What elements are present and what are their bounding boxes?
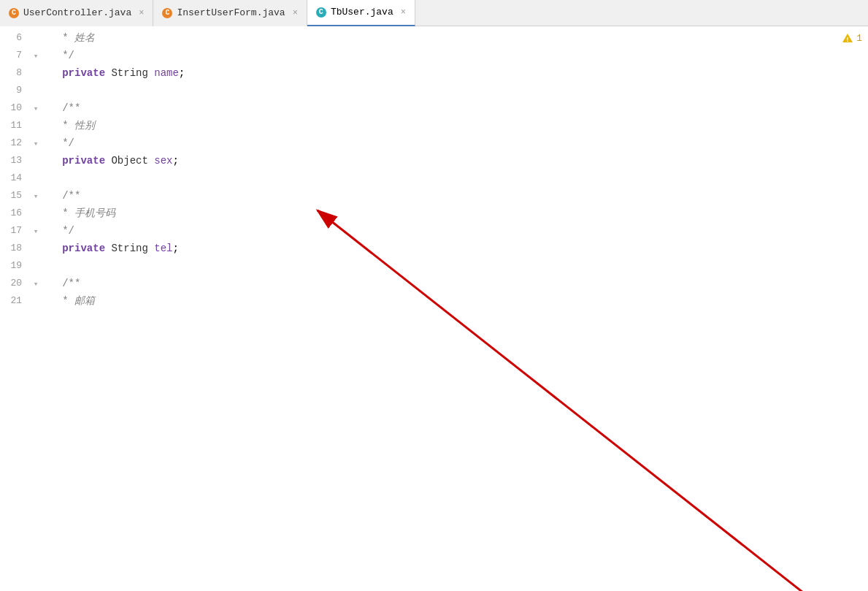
code-line-row: 14 <box>0 169 868 187</box>
line-number: 16 <box>0 205 28 222</box>
line-number: 14 <box>0 169 28 187</box>
tab-label: InsertUserForm.java <box>177 7 285 18</box>
line-number: 15 <box>0 187 28 205</box>
tab-bar: CUserController.java×CInsertUserForm.jav… <box>0 0 868 26</box>
line-number: 6 <box>0 29 28 47</box>
fold-icon[interactable]: ▾ <box>34 279 39 289</box>
gutter-icon <box>28 117 44 134</box>
svg-text:!: ! <box>845 37 849 44</box>
gutter-icon <box>28 240 44 257</box>
warning-triangle-icon: ! <box>842 32 853 44</box>
tab-close-button[interactable]: × <box>293 8 298 18</box>
gutter-icon: ▾ <box>28 47 44 64</box>
tab-icon: C <box>9 8 19 18</box>
warning-badge: ! 1 <box>842 32 862 44</box>
tab-icon: C <box>162 8 172 18</box>
code-text: * 手机号码 <box>44 205 868 222</box>
fold-icon[interactable]: ▾ <box>34 191 39 201</box>
tab-label: UserController.java <box>23 7 131 18</box>
line-number: 20 <box>0 275 28 292</box>
line-number: 7 <box>0 47 28 64</box>
line-number: 18 <box>0 240 28 257</box>
gutter-icon: ▾ <box>28 222 44 240</box>
code-text <box>44 169 868 187</box>
gutter-icon: ▾ <box>28 99 44 117</box>
tab-tab-user-controller[interactable]: CUserController.java× <box>0 0 153 26</box>
code-line-row: 8 private String name; <box>0 64 868 82</box>
tab-close-button[interactable]: × <box>401 7 406 18</box>
line-number: 11 <box>0 117 28 134</box>
line-number: 10 <box>0 99 28 117</box>
gutter-icon <box>28 205 44 222</box>
line-number: 8 <box>0 64 28 82</box>
code-line-row: 9 <box>0 82 868 99</box>
code-line-row: 19 <box>0 257 868 275</box>
warning-count: 1 <box>856 33 862 44</box>
gutter-icon <box>28 29 44 47</box>
line-number: 12 <box>0 134 28 152</box>
code-text: private String tel; <box>44 240 868 257</box>
line-number: 17 <box>0 222 28 240</box>
line-number: 21 <box>0 292 28 310</box>
tab-icon: C <box>316 7 326 18</box>
line-number: 9 <box>0 82 28 99</box>
gutter-icon: ▾ <box>28 187 44 205</box>
code-text: private String name; <box>44 64 868 82</box>
code-line-row: 10▾ /** <box>0 99 868 117</box>
code-line-row: 12▾ */ <box>0 134 868 152</box>
editor-container: 6 * 姓名7▾ */8 private String name;910▾ /*… <box>0 26 868 591</box>
line-number: 13 <box>0 152 28 169</box>
tab-close-button[interactable]: × <box>139 8 144 18</box>
gutter-icon <box>28 257 44 275</box>
code-text: * 姓名 <box>44 29 868 47</box>
code-text <box>44 257 868 275</box>
gutter-icon <box>28 152 44 169</box>
code-line-row: 6 * 姓名 <box>0 29 868 47</box>
gutter-icon <box>28 292 44 310</box>
gutter-icon: ▾ <box>28 275 44 292</box>
gutter-icon: ▾ <box>28 134 44 152</box>
code-line-row: 16 * 手机号码 <box>0 205 868 222</box>
code-line-row: 15▾ /** <box>0 187 868 205</box>
fold-icon[interactable]: ▾ <box>34 104 39 113</box>
code-text: */ <box>44 222 868 240</box>
gutter-icon <box>28 169 44 187</box>
code-line-row: 17▾ */ <box>0 222 868 240</box>
line-number: 19 <box>0 257 28 275</box>
gutter-icon <box>28 64 44 82</box>
code-lines-container: 6 * 姓名7▾ */8 private String name;910▾ /*… <box>0 26 868 591</box>
gutter-icon <box>28 82 44 99</box>
code-line-row: 13 private Object sex; <box>0 152 868 169</box>
code-text: /** <box>44 99 868 117</box>
code-text: */ <box>44 134 868 152</box>
tab-label: TbUser.java <box>331 7 393 18</box>
code-text: * 邮箱 <box>44 292 868 310</box>
code-text: /** <box>44 275 868 292</box>
code-line-row: 11 * 性别 <box>0 117 868 134</box>
fold-icon[interactable]: ▾ <box>34 51 39 61</box>
tab-tab-insert-user-form[interactable]: CInsertUserForm.java× <box>153 0 307 26</box>
fold-icon[interactable]: ▾ <box>34 139 39 148</box>
tab-tab-tb-user[interactable]: CTbUser.java× <box>307 0 415 26</box>
code-text: /** <box>44 187 868 205</box>
code-text <box>44 82 868 99</box>
code-text: private Object sex; <box>44 152 868 169</box>
fold-icon[interactable]: ▾ <box>34 226 39 236</box>
code-text: * 性别 <box>44 117 868 134</box>
code-line-row: 21 * 邮箱 <box>0 292 868 310</box>
code-text: */ <box>44 47 868 64</box>
code-line-row: 20▾ /** <box>0 275 868 292</box>
code-line-row: 7▾ */ <box>0 47 868 64</box>
code-line-row: 18 private String tel; <box>0 240 868 257</box>
